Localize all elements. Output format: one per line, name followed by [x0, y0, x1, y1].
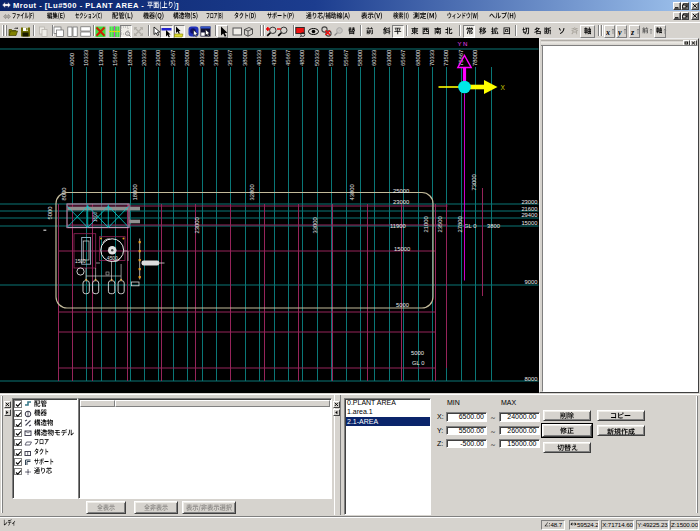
svg-text:48000: 48000: [299, 49, 305, 65]
svg-text:x: x: [606, 28, 610, 37]
svg-text:8000: 8000: [525, 375, 538, 381]
svg-text:5000: 5000: [47, 206, 53, 219]
svg-text:21600: 21600: [521, 205, 537, 211]
svg-text:Y N: Y N: [458, 41, 468, 47]
svg-text:53000: 53000: [328, 49, 334, 65]
svg-text:18000: 18000: [132, 184, 138, 200]
svg-text:1500: 1500: [75, 258, 86, 263]
svg-text:3800: 3800: [487, 222, 500, 228]
svg-text:5000: 5000: [396, 302, 409, 308]
svg-text:27800: 27800: [457, 216, 463, 232]
svg-text:1500: 1500: [93, 211, 98, 222]
svg-text:28000: 28000: [184, 49, 190, 65]
svg-text:6000: 6000: [69, 53, 75, 66]
svg-text:45667: 45667: [285, 49, 291, 65]
svg-text:43800: 43800: [349, 184, 355, 200]
svg-text:21000: 21000: [423, 216, 429, 232]
svg-text:65667: 65667: [400, 49, 406, 65]
svg-text:20333: 20333: [141, 49, 147, 65]
svg-text:15667: 15667: [112, 49, 118, 65]
svg-text:23000: 23000: [194, 217, 200, 233]
svg-text:73000: 73000: [471, 174, 477, 190]
svg-text:13000: 13000: [98, 49, 104, 65]
svg-text:43000: 43000: [271, 49, 277, 65]
svg-text:29400: 29400: [521, 212, 537, 218]
svg-text:15000: 15000: [521, 220, 537, 226]
svg-text:30333: 30333: [199, 49, 205, 65]
svg-text:23500: 23500: [437, 216, 443, 232]
svg-text:50333: 50333: [314, 49, 320, 65]
svg-text:73500: 73500: [443, 49, 449, 65]
svg-text:15000: 15000: [394, 245, 410, 251]
svg-text:60333: 60333: [371, 49, 377, 65]
svg-text:GL 0: GL 0: [412, 359, 424, 365]
svg-text:GL 0: GL 0: [464, 222, 476, 228]
svg-text:38000: 38000: [242, 49, 248, 65]
svg-text:32800: 32800: [249, 184, 255, 200]
svg-text:58000: 58000: [357, 49, 363, 65]
svg-text:11900: 11900: [390, 222, 406, 228]
svg-text:10333: 10333: [83, 49, 89, 65]
svg-text:33000: 33000: [312, 217, 318, 233]
svg-text:9000: 9000: [525, 279, 538, 285]
svg-text:X: X: [501, 83, 506, 90]
svg-text:8000: 8000: [61, 187, 67, 200]
svg-text:23000: 23000: [521, 198, 537, 204]
svg-text:25000: 25000: [393, 188, 409, 194]
svg-text:23000: 23000: [155, 49, 161, 65]
svg-text:78000: 78000: [472, 49, 478, 65]
svg-text:25667: 25667: [170, 49, 176, 65]
svg-text:40333: 40333: [256, 49, 262, 65]
svg-text:z: z: [631, 28, 635, 37]
svg-text:4500: 4500: [107, 255, 118, 260]
svg-text:23000: 23000: [393, 199, 409, 205]
svg-text:68000: 68000: [415, 49, 421, 65]
svg-text:55667: 55667: [343, 49, 349, 65]
svg-text:33000: 33000: [213, 49, 219, 65]
svg-text:18000: 18000: [127, 49, 133, 65]
svg-text:35667: 35667: [227, 49, 233, 65]
svg-text:63000: 63000: [386, 49, 392, 65]
svg-text:70333: 70333: [429, 49, 435, 65]
svg-text:5000: 5000: [411, 349, 424, 355]
svg-text:y: y: [618, 28, 622, 37]
